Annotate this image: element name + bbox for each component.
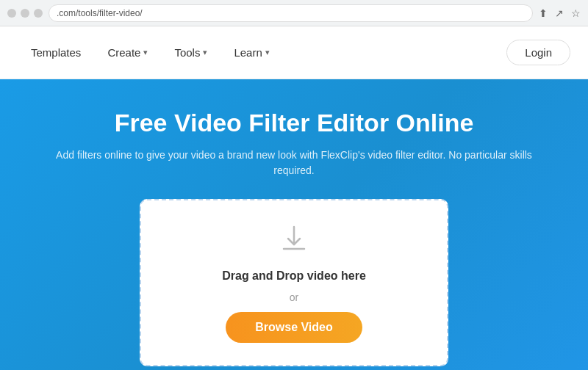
upload-icon: ⬆ xyxy=(539,7,548,19)
hero-subtitle: Add filters online to give your video a … xyxy=(44,148,544,178)
url-text: .com/tools/filter-video/ xyxy=(57,8,143,18)
nav-learn-label: Learn xyxy=(234,46,262,59)
hero-section: Free Video Filter Editor Online Add filt… xyxy=(0,79,588,370)
browser-icons: ⬆ ↗ ☆ xyxy=(539,7,581,19)
browser-dot-1 xyxy=(7,9,16,18)
browser-bar: .com/tools/filter-video/ ⬆ ↗ ☆ xyxy=(0,0,588,26)
browser-controls xyxy=(7,9,43,18)
create-chevron-icon: ▾ xyxy=(143,48,148,57)
learn-chevron-icon: ▾ xyxy=(265,48,270,57)
or-text: or xyxy=(290,291,298,303)
nav-create[interactable]: Create ▾ xyxy=(94,40,161,65)
bookmark-icon: ☆ xyxy=(571,7,581,19)
browser-dot-3 xyxy=(34,9,43,18)
address-bar[interactable]: .com/tools/filter-video/ xyxy=(49,4,533,22)
hero-title: Free Video Filter Editor Online xyxy=(115,109,474,137)
login-button[interactable]: Login xyxy=(506,40,570,65)
browse-video-button[interactable]: Browse Video xyxy=(226,312,362,343)
browser-dot-2 xyxy=(21,9,29,18)
nav-tools[interactable]: Tools ▾ xyxy=(161,40,220,65)
nav-tools-label: Tools xyxy=(174,46,200,59)
nav-create-label: Create xyxy=(107,46,140,59)
download-icon xyxy=(278,222,310,258)
drag-drop-text: Drag and Drop video here xyxy=(222,269,366,283)
navbar: Templates Create ▾ Tools ▾ Learn ▾ Login xyxy=(0,26,588,79)
nav-templates[interactable]: Templates xyxy=(18,40,94,65)
upload-area[interactable]: Drag and Drop video here or Browse Video xyxy=(140,199,448,366)
tools-chevron-icon: ▾ xyxy=(203,48,207,57)
share-icon: ↗ xyxy=(555,7,564,19)
nav-learn[interactable]: Learn ▾ xyxy=(220,40,282,65)
